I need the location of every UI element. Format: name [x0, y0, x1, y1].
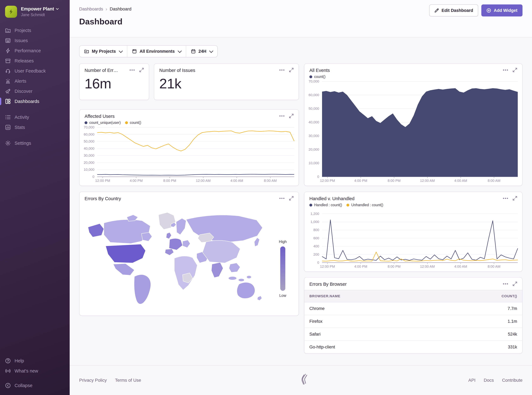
legend-dot — [85, 121, 87, 124]
edit-dashboard-button[interactable]: Edit Dashboard — [429, 5, 478, 16]
headset-icon — [5, 68, 11, 74]
widget-menu-icon[interactable]: ••• — [503, 197, 509, 200]
sidebar-item-label: Settings — [15, 141, 31, 146]
add-widget-button[interactable]: Add Widget — [481, 5, 522, 16]
errors-by-browser-table: BROWSER.NAME COUNT() Chrome 7.7m — [304, 290, 522, 353]
breadcrumb-current: Dashboard — [110, 6, 131, 11]
widget-errors-by-browser: Errors By Browser ••• BROWSER.NAME COUNT… — [304, 277, 522, 354]
svg-text:200: 200 — [313, 252, 319, 256]
chevron-down-icon — [56, 7, 59, 11]
sidebar-item-stats[interactable]: Stats — [0, 122, 70, 132]
map-intensity-legend: High Low — [277, 240, 289, 298]
sidebar-item-label: Stats — [15, 125, 25, 130]
widget-title: Errors By Browser — [309, 282, 347, 287]
contribute-link[interactable]: Contribute — [502, 378, 522, 383]
svg-text:12:00 PM: 12:00 PM — [320, 264, 335, 269]
sidebar-item-performance[interactable]: Performance — [0, 46, 70, 56]
browser-name: Chrome — [304, 302, 438, 315]
expand-icon[interactable] — [289, 196, 293, 201]
widget-menu-icon[interactable]: ••• — [279, 197, 285, 200]
breadcrumb-dashboards-link[interactable]: Dashboards — [79, 6, 103, 11]
chart-legend: Handled : count() Unhandled : count() — [304, 201, 522, 207]
svg-text:8:00 PM: 8:00 PM — [388, 179, 401, 183]
environment-filter[interactable]: All Environments — [127, 46, 186, 57]
widget-menu-icon[interactable]: ••• — [279, 115, 285, 117]
svg-text:50,000: 50,000 — [309, 107, 319, 110]
widget-menu-icon[interactable]: ••• — [130, 69, 135, 71]
svg-text:8:00 PM: 8:00 PM — [388, 264, 401, 269]
legend-dot — [309, 75, 312, 78]
svg-text:30,000: 30,000 — [84, 154, 94, 157]
gear-icon — [5, 140, 11, 146]
table-row[interactable]: Chrome 7.7m — [304, 302, 522, 315]
terms-of-use-link[interactable]: Terms of Use — [115, 378, 141, 383]
expand-icon[interactable] — [139, 68, 144, 72]
sidebar-item-help[interactable]: Help — [0, 356, 70, 366]
svg-text:8:00 AM: 8:00 AM — [488, 264, 500, 269]
column-count: COUNT() — [438, 290, 522, 302]
svg-text:0: 0 — [92, 175, 94, 179]
api-link[interactable]: API — [468, 378, 475, 383]
org-user: Jane Schmidt — [21, 12, 59, 17]
sidebar-item-releases[interactable]: Releases — [0, 56, 70, 66]
projects-icon — [5, 27, 11, 33]
legend-label: Handled : count() — [314, 203, 342, 207]
legend-dot — [309, 204, 312, 207]
expand-icon[interactable] — [513, 68, 517, 72]
svg-text:50,000: 50,000 — [84, 139, 94, 143]
widget-errors-by-country: Errors By Country ••• — [79, 192, 299, 316]
sidebar-collapse-button[interactable]: Collapse — [0, 380, 70, 390]
widget-title: Affected Users — [85, 114, 115, 119]
sidebar-item-settings[interactable]: Settings — [0, 138, 70, 148]
project-filter[interactable]: My Projects — [80, 46, 127, 57]
map-gradient-bar — [280, 247, 285, 291]
docs-link[interactable]: Docs — [484, 378, 494, 383]
expand-icon[interactable] — [513, 196, 517, 201]
expand-icon[interactable] — [289, 68, 293, 72]
telescope-icon — [5, 88, 11, 94]
widget-title: Errors By Country — [85, 196, 121, 201]
siren-icon — [5, 78, 11, 84]
calendar-icon — [191, 49, 196, 54]
expand-icon[interactable] — [513, 282, 517, 286]
sidebar-item-discover[interactable]: Discover — [0, 86, 70, 96]
browser-name: Firefox — [304, 315, 438, 328]
svg-text:70,000: 70,000 — [84, 126, 94, 129]
sidebar-item-activity[interactable]: Activity — [0, 112, 70, 122]
privacy-policy-link[interactable]: Privacy Policy — [79, 378, 107, 383]
sentry-logo-icon — [301, 373, 309, 387]
svg-text:4:00 AM: 4:00 AM — [454, 179, 467, 183]
widget-handled-vs-unhandled: Handled v. Unhandled ••• Handled : count… — [304, 192, 522, 272]
widget-title: Number of Err… — [85, 68, 118, 73]
sidebar-item-dashboards[interactable]: Dashboards — [0, 96, 70, 106]
expand-icon[interactable] — [289, 114, 293, 118]
environment-icon — [132, 49, 137, 54]
svg-text:10,000: 10,000 — [309, 161, 319, 165]
widget-menu-icon[interactable]: ••• — [503, 283, 509, 285]
collapse-icon — [5, 383, 11, 388]
sidebar-nav-main: Projects Issues Performance Releases Use… — [0, 25, 70, 106]
sidebar-item-issues[interactable]: Issues — [0, 35, 70, 46]
table-row[interactable]: Go-http-client 331k — [304, 341, 522, 353]
svg-text:1,000: 1,000 — [310, 220, 319, 224]
page-title: Dashboard — [79, 17, 522, 26]
time-range-filter[interactable]: 24H — [186, 46, 217, 57]
widget-menu-icon[interactable]: ••• — [503, 69, 509, 71]
svg-text:4:00 PM: 4:00 PM — [130, 179, 143, 183]
svg-text:12:00 AM: 12:00 AM — [420, 179, 435, 183]
table-row[interactable]: Firefox 1.1m — [304, 315, 522, 328]
svg-text:4:00 AM: 4:00 AM — [454, 264, 467, 269]
widget-menu-icon[interactable]: ••• — [279, 69, 285, 71]
sidebar-item-alerts[interactable]: Alerts — [0, 76, 70, 86]
org-switcher[interactable]: Empower Plant Jane Schmidt — [0, 6, 70, 20]
edit-dashboard-label: Edit Dashboard — [442, 8, 473, 13]
sidebar-item-label: Collapse — [15, 383, 33, 388]
sidebar-item-label: Discover — [15, 89, 33, 94]
sidebar-item-projects[interactable]: Projects — [0, 25, 70, 35]
plus-circle-icon — [486, 8, 491, 13]
add-widget-label: Add Widget — [494, 8, 517, 13]
table-row[interactable]: Safari 524k — [304, 328, 522, 341]
map-legend-high: High — [277, 240, 289, 244]
sidebar-item-whats-new[interactable]: What's new — [0, 366, 70, 376]
sidebar-item-user-feedback[interactable]: User Feedback — [0, 66, 70, 76]
